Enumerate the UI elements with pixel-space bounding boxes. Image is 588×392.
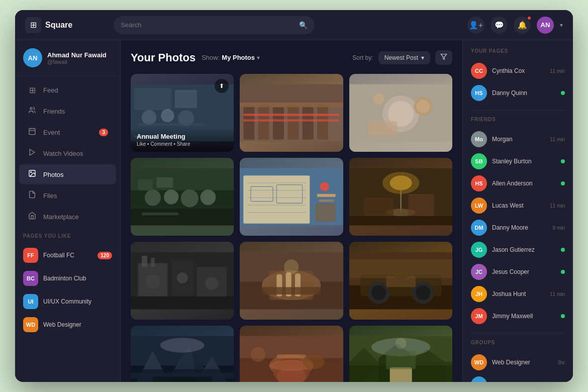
rs-item-morgan[interactable]: Mo Morgan 11 min [471, 128, 565, 150]
show-value: My Photos [222, 54, 255, 61]
photo-card-6[interactable] [349, 158, 452, 236]
rs-avatar: CC [471, 63, 487, 79]
photo-placeholder [131, 326, 234, 382]
search-bar[interactable]: 🔍 [114, 16, 315, 34]
rs-avatar: HS [471, 175, 487, 191]
svg-rect-64 [364, 198, 394, 216]
sidebar-item-friends[interactable]: Friends [19, 101, 116, 121]
rs-item-lucas-west[interactable]: LW Lucas West 11 min [471, 194, 565, 217]
rs-avatar: HS [471, 85, 487, 101]
app-name: Square [45, 21, 72, 30]
photo-placeholder [240, 326, 343, 382]
add-friend-button[interactable]: 👤+ [467, 17, 484, 34]
page-item-web-designer[interactable]: WD Web Designer [19, 313, 116, 336]
page-name: Football FC [43, 252, 92, 259]
photo-placeholder [349, 158, 452, 236]
photo-card-2[interactable] [240, 74, 343, 152]
rs-time: 11 min [550, 291, 565, 297]
rs-item-danny-moore[interactable]: DM Danny Moore 9 min [471, 217, 565, 239]
rs-item-jesus-cooper[interactable]: JC Jesus Cooper [471, 261, 565, 283]
sidebar-item-event[interactable]: Event 3 [19, 122, 116, 142]
photo-image [131, 242, 234, 320]
sidebar-item-label: Feed [43, 86, 58, 94]
page-item-badminton-club[interactable]: BC Badminton Club [19, 267, 116, 290]
photo-card-12[interactable] [349, 326, 452, 382]
svg-rect-94 [349, 259, 452, 278]
show-filter[interactable]: Show: My Photos ▾ [202, 54, 260, 61]
page-item-football-fc[interactable]: FF Football FC 120 [19, 244, 116, 267]
photo-card-7[interactable] [131, 242, 234, 320]
user-menu-chevron[interactable]: ▾ [560, 22, 563, 29]
svg-point-71 [177, 272, 188, 283]
photo-card-10[interactable] [131, 326, 234, 382]
rs-time: 11 min [550, 203, 565, 209]
svg-rect-42 [156, 177, 173, 188]
photo-card-8[interactable] [240, 242, 343, 320]
sidebar-item-photos[interactable]: Photos [19, 164, 116, 184]
page-avatar: BC [23, 271, 38, 286]
svg-marker-8 [441, 54, 447, 60]
svg-point-0 [30, 108, 32, 110]
svg-rect-83 [262, 287, 321, 295]
sidebar-user-info: Ahmad Nur Fawaid @fawait [47, 51, 107, 65]
svg-rect-75 [151, 258, 154, 267]
rs-item-web-designer-group[interactable]: WD Web Designer 3hr [471, 351, 565, 373]
page-name: Badminton Club [43, 275, 112, 282]
page-name: Web Designer [43, 321, 112, 328]
svg-rect-24 [317, 105, 328, 140]
logo-area: ⊞ Square [25, 17, 106, 33]
friends-icon [27, 106, 37, 116]
groups-title: GROUPS [471, 340, 565, 345]
sidebar-item-watch-videos[interactable]: Watch Videos [19, 143, 116, 163]
notifications-button[interactable]: 🔔 [514, 17, 531, 34]
online-indicator [561, 314, 565, 318]
sort-button[interactable]: Newest Post ▾ [378, 51, 430, 64]
rs-item-joshua-hunt[interactable]: JH Joshua Hunt 11 min [471, 283, 565, 305]
rs-avatar: Mo [471, 131, 487, 147]
svg-point-91 [416, 285, 430, 300]
online-indicator [561, 181, 565, 185]
main-layout: AN Ahmad Nur Fawaid @fawait ⊞ Feed Frien… [15, 40, 573, 382]
photo-card-11[interactable] [240, 326, 343, 382]
sidebar-item-marketplace[interactable]: Marketplace [19, 207, 116, 227]
rs-item-allen-anderson[interactable]: HS Allen Anderson [471, 172, 565, 194]
svg-rect-55 [317, 194, 336, 197]
photo-card-3[interactable] [349, 74, 452, 152]
event-icon [27, 127, 37, 137]
online-indicator [561, 270, 565, 274]
svg-rect-10 [134, 88, 171, 110]
sidebar-user-avatar: AN [23, 48, 42, 67]
app-logo-icon: ⊞ [25, 17, 41, 33]
photo-placeholder [240, 158, 343, 236]
photos-icon [27, 169, 37, 179]
rs-name: Topcoder Indonesia [492, 381, 556, 382]
svg-marker-5 [30, 149, 34, 155]
rs-name: Web Designer [492, 359, 553, 366]
photo-card-4[interactable] [131, 158, 234, 236]
photo-card-9[interactable] [349, 242, 452, 320]
filter-button[interactable] [435, 50, 452, 65]
rs-item-stanley-burton[interactable]: SB Stanley Burton [471, 150, 565, 172]
svg-rect-63 [349, 216, 452, 225]
rs-name: Allen Anderson [492, 180, 556, 187]
sort-value: Newest Post [384, 54, 418, 61]
messages-button[interactable]: 💬 [491, 17, 508, 34]
user-avatar-nav[interactable]: AN [537, 17, 554, 34]
your-pages-title: YOUR PAGES [471, 48, 565, 54]
rs-item-jason-gutierrez[interactable]: JG Jason Gutierrez [471, 239, 565, 261]
page-item-ui-ux-community[interactable]: UI UI/UX Community [19, 290, 116, 313]
rs-item-cynthia-cox[interactable]: CC Cynthia Cox 11 min [471, 60, 565, 82]
photo-card-5[interactable] [240, 158, 343, 236]
search-input[interactable] [121, 21, 295, 29]
svg-rect-27 [244, 119, 340, 121]
sidebar-item-label: Event [43, 129, 60, 136]
sidebar-user-profile[interactable]: AN Ahmad Nur Fawaid @fawait [15, 48, 120, 76]
sidebar-item-files[interactable]: Files [19, 185, 116, 206]
rs-item-topcoder-indonesia[interactable]: TI Topcoder Indonesia [471, 373, 565, 382]
photo-card-1[interactable]: mushroom& Annual Meeting Like • Comment … [131, 74, 234, 152]
photo-image [131, 326, 234, 382]
feed-icon: ⊞ [27, 85, 37, 95]
sidebar-item-feed[interactable]: ⊞ Feed [19, 80, 116, 100]
rs-item-danny-quinn[interactable]: HS Danny Quinn [471, 82, 565, 104]
rs-item-jimmy-maxwell[interactable]: JM Jimmy Maxwell [471, 305, 565, 327]
